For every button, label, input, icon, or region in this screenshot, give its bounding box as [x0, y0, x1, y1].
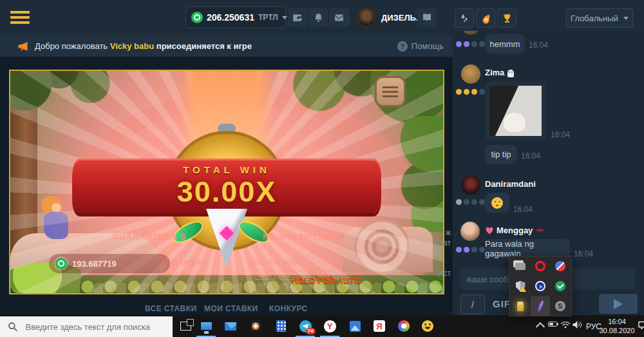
- win-amount-label: WIN AMOUNT: [165, 259, 207, 266]
- taskbar-yandex-browser[interactable]: Y: [322, 318, 337, 334]
- chat-channel-dropdown[interactable]: Глобальный: [566, 8, 633, 28]
- task-view-button[interactable]: [178, 318, 193, 334]
- chat-username[interactable]: Daniramdani: [485, 179, 536, 189]
- slash-command-button[interactable]: /: [460, 294, 485, 314]
- taskbar-explorer[interactable]: [198, 318, 214, 334]
- taskbar-yandex[interactable]: Я: [372, 318, 387, 334]
- speaker-icon: [573, 321, 582, 329]
- chat-username-row: Menggay: [485, 226, 545, 235]
- tab-all-bets[interactable]: ВСЕ СТАВКИ: [145, 304, 196, 313]
- pc-monitor-icon: [201, 322, 212, 330]
- user-avatar[interactable]: [357, 8, 376, 27]
- chat-image[interactable]: [489, 86, 542, 136]
- send-icon: [614, 299, 623, 309]
- volume-status[interactable]: [571, 321, 583, 329]
- show-hidden-icons-button[interactable]: [535, 321, 546, 330]
- skype-icon: S: [555, 301, 565, 311]
- channel-name: Глобальный: [571, 14, 618, 23]
- battery-status[interactable]: [547, 321, 560, 327]
- game-balance-value: 193.687719: [72, 259, 117, 269]
- clock-time: 16:04: [596, 317, 638, 326]
- tray-opera-app[interactable]: [531, 256, 550, 276]
- currency-label: ТРТЛ: [258, 13, 278, 22]
- question-mark-icon: ?: [397, 41, 408, 52]
- help-button[interactable]: ? Помощь: [397, 41, 444, 52]
- search-input[interactable]: [24, 322, 165, 332]
- wifi-icon: [560, 321, 571, 329]
- taskbar-telegram[interactable]: 74: [298, 318, 313, 334]
- casino-app: 206.250631 ТРТЛ ДИЗЕЛЬ... Добро пожалова…: [0, 0, 644, 337]
- menu-list-icon: [383, 86, 398, 97]
- action-center-icon: [638, 321, 644, 329]
- purple-feather-icon: [535, 300, 546, 312]
- wifi-status[interactable]: [559, 321, 572, 329]
- telegram-icon: 74: [299, 320, 312, 332]
- chat-emoji-message: [485, 193, 509, 213]
- chat-user-avatar[interactable]: [461, 64, 480, 84]
- taskbar-stickers[interactable]: [420, 318, 435, 334]
- message-time: 16:04: [529, 41, 548, 50]
- promotions-button[interactable]: [417, 8, 437, 27]
- tray-antivirus-app[interactable]: [551, 276, 570, 296]
- bet-max-button[interactable]: MAX: [254, 270, 276, 280]
- chat-message-bubble: tip tip: [485, 145, 517, 164]
- tray-feather-app[interactable]: [531, 296, 550, 316]
- tray-app-redblue[interactable]: [551, 256, 570, 276]
- announced-player-name[interactable]: Vicky babu: [110, 41, 154, 51]
- divider: [348, 9, 349, 26]
- taskbar-clock[interactable]: 16:04 30.08.2020: [596, 317, 638, 335]
- search-icon: [8, 322, 18, 332]
- tray-gold-statue-app[interactable]: [511, 296, 530, 316]
- top-bar: 206.250631 ТРТЛ ДИЗЕЛЬ...: [0, 0, 453, 35]
- guarantee-text-right: ND MULTIPLIER: [263, 232, 335, 242]
- tray-media-app[interactable]: [531, 276, 550, 296]
- taskbar-calculator[interactable]: [273, 318, 289, 334]
- gold-statue-icon: [517, 302, 524, 311]
- side-label-history: Ист: [425, 269, 451, 278]
- chat-username[interactable]: Zima: [485, 68, 504, 77]
- taskbar-mail[interactable]: [223, 318, 238, 334]
- game-menu-button[interactable]: [375, 76, 406, 107]
- announcement-bar: Добро пожаловать Vicky babu присоединяет…: [0, 35, 453, 57]
- photos-app-icon: [350, 321, 361, 332]
- taskbar-photos[interactable]: [347, 318, 363, 334]
- wallet-button[interactable]: [288, 8, 307, 27]
- messages-button[interactable]: [329, 8, 348, 27]
- action-center-button[interactable]: [638, 321, 644, 329]
- send-message-button[interactable]: [599, 294, 638, 314]
- notifications-button[interactable]: [308, 8, 328, 27]
- balance-dropdown[interactable]: 206.250631 ТРТЛ: [185, 6, 286, 28]
- gif-button[interactable]: GIF: [493, 298, 511, 309]
- taskbar-movies[interactable]: [248, 318, 263, 334]
- contest-button[interactable]: [497, 8, 516, 28]
- warning-icon: [520, 286, 526, 292]
- tab-contest[interactable]: КОНКУРС: [269, 304, 308, 313]
- emoji-app-icon: [422, 320, 433, 332]
- rakeback-button[interactable]: [476, 8, 495, 28]
- chat-user-avatar[interactable]: [460, 222, 480, 241]
- neutral-face-emoji: [491, 197, 503, 209]
- balance-value: 206.250631: [207, 12, 254, 23]
- slot-game-frame: TOTAL WIN 30.00X GUARANTEES S ND MULTIPL…: [9, 70, 444, 294]
- tray-defender-app[interactable]: [511, 276, 530, 296]
- book-icon: [421, 12, 433, 23]
- hamburger-menu-icon[interactable]: [10, 11, 30, 24]
- chat-image-message[interactable]: [485, 81, 546, 140]
- tab-my-bets[interactable]: МОИ СТАВКИ: [204, 304, 258, 313]
- tray-skype-app[interactable]: S: [551, 296, 570, 316]
- message-time: 16:04: [513, 205, 533, 214]
- bet-label: BET: [249, 259, 261, 266]
- rain-button[interactable]: [455, 8, 474, 28]
- chat-username[interactable]: Menggay: [497, 226, 533, 235]
- taskbar-search[interactable]: [0, 316, 173, 337]
- hidden-icons-popup: S: [509, 256, 572, 316]
- wallet-icon: [292, 12, 303, 23]
- taskbar-paint[interactable]: [396, 318, 412, 334]
- win-amount-value: 0: [182, 269, 185, 276]
- chat-message-bubble: hemmm: [485, 34, 525, 53]
- tray-display-app[interactable]: [511, 256, 530, 276]
- chat-user-avatar[interactable]: [461, 175, 480, 195]
- chat-username-row: Zima: [485, 68, 514, 77]
- mail-icon: [334, 12, 345, 23]
- rain-icon: [459, 13, 469, 23]
